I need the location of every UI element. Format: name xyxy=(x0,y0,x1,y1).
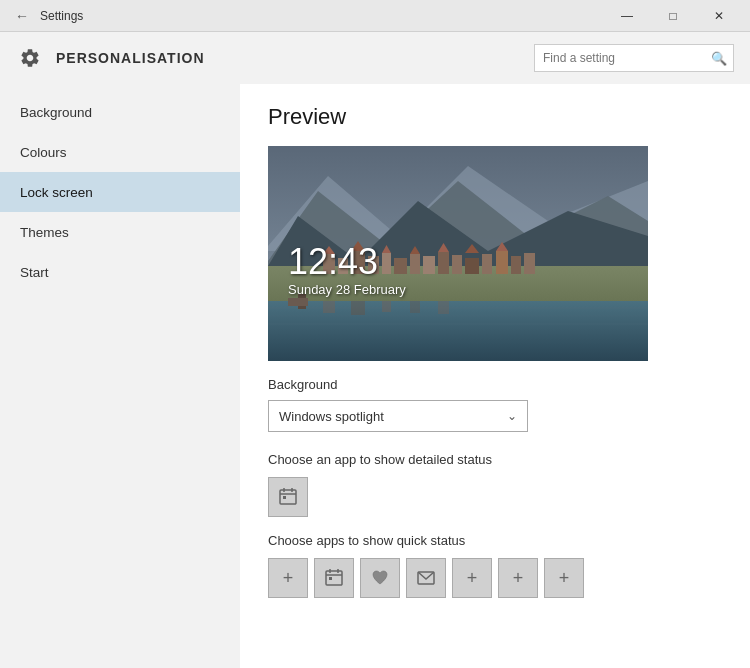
maximize-button[interactable]: □ xyxy=(650,0,696,32)
mail-icon xyxy=(416,568,436,588)
quick-app-add-2[interactable]: + xyxy=(452,558,492,598)
svg-rect-11 xyxy=(410,254,420,274)
background-label: Background xyxy=(268,377,722,392)
svg-rect-35 xyxy=(351,301,365,315)
detailed-status-section: Choose an app to show detailed status xyxy=(268,452,722,517)
clock-time: 12:43 xyxy=(288,242,406,282)
detailed-status-icons xyxy=(268,477,722,517)
quick-app-add-4[interactable]: + xyxy=(544,558,584,598)
content-area: Preview xyxy=(240,84,750,668)
detailed-status-label: Choose an app to show detailed status xyxy=(268,452,722,467)
svg-rect-13 xyxy=(438,252,449,274)
svg-rect-39 xyxy=(280,490,296,504)
calendar-icon xyxy=(278,487,298,507)
plus-icon-2: + xyxy=(467,568,478,589)
close-button[interactable]: ✕ xyxy=(696,0,742,32)
sidebar-item-themes[interactable]: Themes xyxy=(0,212,240,252)
header-title: PERSONALISATION xyxy=(56,50,205,66)
chevron-down-icon: ⌄ xyxy=(507,409,517,423)
sidebar-item-start[interactable]: Start xyxy=(0,252,240,292)
svg-rect-36 xyxy=(382,301,391,312)
header: PERSONALISATION 🔍 xyxy=(0,32,750,84)
detailed-app-icon-calendar[interactable] xyxy=(268,477,308,517)
clock-date: Sunday 28 February xyxy=(288,282,406,297)
background-dropdown[interactable]: Windows spotlight ⌄ xyxy=(268,400,528,432)
plus-icon-4: + xyxy=(559,568,570,589)
sidebar: Background Colours Lock screen Themes St… xyxy=(0,84,240,668)
titlebar: ← Settings — □ ✕ xyxy=(0,0,750,32)
quick-status-label: Choose apps to show quick status xyxy=(268,533,722,548)
svg-rect-18 xyxy=(511,256,521,274)
quick-status-section: Choose apps to show quick status + xyxy=(268,533,722,598)
svg-rect-16 xyxy=(482,254,492,274)
search-icon: 🔍 xyxy=(705,44,733,72)
svg-rect-34 xyxy=(323,301,335,313)
sidebar-item-colours[interactable]: Colours xyxy=(0,132,240,172)
quick-app-add-3[interactable]: + xyxy=(498,558,538,598)
lock-screen-clock: 12:43 Sunday 28 February xyxy=(288,242,406,297)
health-icon xyxy=(370,568,390,588)
gear-icon xyxy=(16,44,44,72)
svg-rect-37 xyxy=(410,301,420,313)
svg-rect-48 xyxy=(329,577,332,580)
search-input[interactable] xyxy=(535,51,705,65)
svg-rect-15 xyxy=(465,258,479,274)
svg-rect-44 xyxy=(326,571,342,585)
back-button[interactable]: ← xyxy=(8,2,36,30)
sidebar-item-lock-screen[interactable]: Lock screen xyxy=(0,172,240,212)
plus-icon-3: + xyxy=(513,568,524,589)
svg-rect-17 xyxy=(496,251,508,274)
quick-app-calendar[interactable] xyxy=(314,558,354,598)
svg-rect-33 xyxy=(288,298,308,306)
svg-rect-19 xyxy=(524,253,535,274)
svg-rect-14 xyxy=(452,255,462,274)
plus-icon-1: + xyxy=(283,568,294,589)
page-title: Preview xyxy=(268,104,722,130)
svg-rect-38 xyxy=(438,301,449,314)
search-box[interactable]: 🔍 xyxy=(534,44,734,72)
quick-status-icons: + xyxy=(268,558,722,598)
quick-app-health[interactable] xyxy=(360,558,400,598)
svg-rect-43 xyxy=(283,496,286,499)
sidebar-item-background[interactable]: Background xyxy=(0,92,240,132)
window-controls: — □ ✕ xyxy=(604,0,742,32)
dropdown-value: Windows spotlight xyxy=(279,409,384,424)
quick-app-add-1[interactable]: + xyxy=(268,558,308,598)
svg-rect-12 xyxy=(423,256,435,274)
minimize-button[interactable]: — xyxy=(604,0,650,32)
quick-app-mail[interactable] xyxy=(406,558,446,598)
titlebar-title: Settings xyxy=(40,9,83,23)
main-layout: Background Colours Lock screen Themes St… xyxy=(0,84,750,668)
calendar-icon-2 xyxy=(324,568,344,588)
preview-image: 12:43 Sunday 28 February xyxy=(268,146,648,361)
